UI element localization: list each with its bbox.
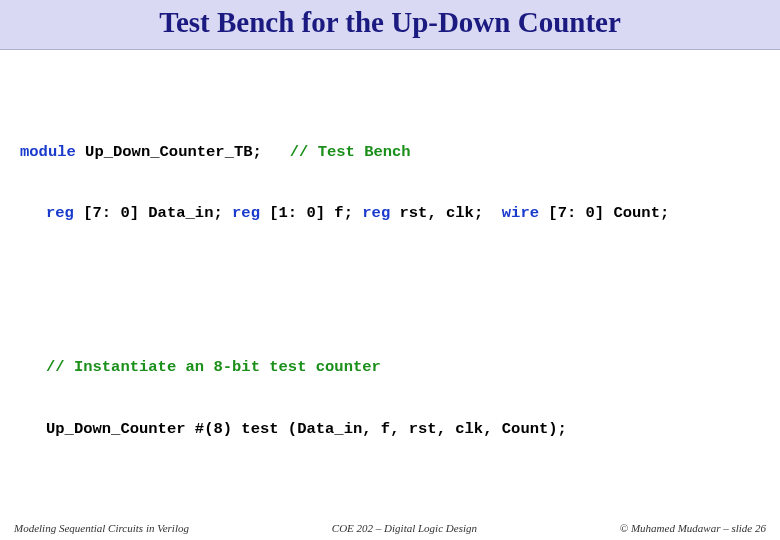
kw-module: module — [20, 143, 76, 161]
txt: Up_Down_Counter #(8) test (Data_in, f, r… — [46, 420, 567, 438]
kw-wire: wire — [502, 204, 539, 222]
code-block: module Up_Down_Counter_TB; // Test Bench… — [20, 60, 760, 540]
title-bar: Test Bench for the Up-Down Counter — [0, 0, 780, 50]
slide-content: module Up_Down_Counter_TB; // Test Bench… — [0, 50, 780, 540]
comment: // Instantiate an 8-bit test counter — [46, 358, 381, 376]
footer: Modeling Sequential Circuits in Verilog … — [0, 522, 780, 534]
txt: rst, clk; — [390, 204, 502, 222]
txt: [7: 0] Count; — [539, 204, 669, 222]
footer-center: COE 202 – Digital Logic Design — [332, 522, 477, 534]
kw-reg: reg — [232, 204, 260, 222]
footer-right: © Muhamed Mudawar – slide 26 — [620, 522, 766, 534]
comment: // Test Bench — [290, 143, 411, 161]
footer-left: Modeling Sequential Circuits in Verilog — [14, 522, 189, 534]
txt: Up_Down_Counter_TB; — [76, 143, 290, 161]
txt: [1: 0] f; — [260, 204, 362, 222]
kw-reg: reg — [46, 204, 74, 222]
txt: [7: 0] Data_in; — [74, 204, 232, 222]
slide-title: Test Bench for the Up-Down Counter — [12, 6, 768, 39]
kw-reg: reg — [362, 204, 390, 222]
